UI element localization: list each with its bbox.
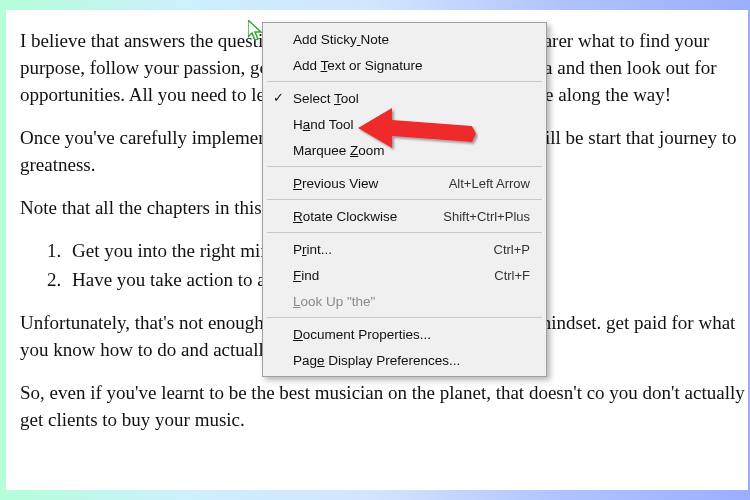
menu-separator	[267, 81, 542, 82]
check-icon: ✓	[273, 90, 284, 105]
menu-item-select-tool[interactable]: ✓Select Tool	[265, 85, 544, 111]
menu-item-find[interactable]: FindCtrl+F	[265, 262, 544, 288]
menu-separator	[267, 166, 542, 167]
menu-item-label: Page Display Preferences...	[293, 353, 530, 368]
menu-item-document-properties[interactable]: Document Properties...	[265, 321, 544, 347]
menu-item-label: Document Properties...	[293, 327, 530, 342]
menu-item-hand-tool[interactable]: Hand Tool	[265, 111, 544, 137]
menu-item-shortcut: Alt+Left Arrow	[449, 176, 530, 191]
menu-separator	[267, 232, 542, 233]
menu-item-label: Add Text or Signature	[293, 58, 530, 73]
menu-item-marquee-zoom[interactable]: Marquee Zoom	[265, 137, 544, 163]
menu-item-label: Rotate Clockwise	[293, 209, 443, 224]
menu-item-shortcut: Ctrl+F	[494, 268, 530, 283]
menu-item-rotate-clockwise[interactable]: Rotate ClockwiseShift+Ctrl+Plus	[265, 203, 544, 229]
menu-item-print[interactable]: Print...Ctrl+P	[265, 236, 544, 262]
menu-separator	[267, 317, 542, 318]
menu-item-label: Find	[293, 268, 494, 283]
menu-item-label: Hand Tool	[293, 117, 530, 132]
menu-separator	[267, 199, 542, 200]
menu-item-shortcut: Ctrl+P	[494, 242, 530, 257]
menu-item-previous-view[interactable]: Previous ViewAlt+Left Arrow	[265, 170, 544, 196]
menu-item-page-display-preferences[interactable]: Page Display Preferences...	[265, 347, 544, 373]
menu-item-label: Print...	[293, 242, 494, 257]
menu-item-look-up-the: Look Up "the"	[265, 288, 544, 314]
menu-item-add-sticky-note[interactable]: Add Sticky Note	[265, 26, 544, 52]
menu-item-label: Marquee Zoom	[293, 143, 530, 158]
menu-item-label: Add Sticky Note	[293, 32, 530, 47]
context-menu[interactable]: Add Sticky NoteAdd Text or Signature✓Sel…	[262, 22, 547, 377]
menu-item-shortcut: Shift+Ctrl+Plus	[443, 209, 530, 224]
paragraph: So, even if you've learnt to be the best…	[20, 380, 748, 434]
menu-item-label: Select Tool	[293, 91, 530, 106]
menu-item-label: Look Up "the"	[293, 294, 530, 309]
menu-item-label: Previous View	[293, 176, 449, 191]
menu-item-add-text-or-signature[interactable]: Add Text or Signature	[265, 52, 544, 78]
